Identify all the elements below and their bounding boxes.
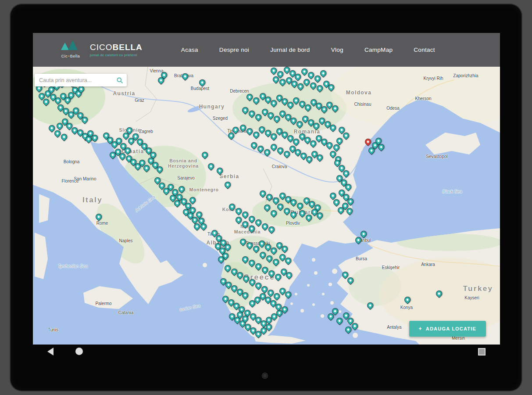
map-pin[interactable] (254, 113, 263, 122)
map-pin[interactable] (298, 209, 307, 218)
map-pin[interactable] (247, 224, 256, 233)
map-pin[interactable] (207, 162, 215, 171)
map-pin[interactable] (271, 258, 280, 266)
map-pin[interactable] (200, 151, 209, 159)
map-pin[interactable] (296, 201, 304, 210)
map-canvas[interactable]: AustriaHungaryMoldovaRomaniaCroatiaSerbi… (33, 67, 500, 345)
brand-name: CICOBELLA (90, 43, 143, 51)
map-pin[interactable] (223, 180, 232, 189)
map-pin[interactable] (304, 213, 313, 222)
logo-wordmark: Cic•Bella (58, 54, 83, 58)
map-pin[interactable] (366, 301, 375, 310)
map-search-box (35, 74, 127, 86)
map-pin[interactable] (346, 276, 355, 285)
map-pin-featured[interactable] (364, 137, 372, 146)
android-home-button[interactable] (75, 348, 83, 355)
map-pin[interactable] (177, 185, 186, 194)
plus-icon: + (419, 326, 422, 332)
map-pin[interactable] (276, 202, 285, 211)
main-nav: AcasaDespre noiJurnal de bordVlogCampMap… (181, 47, 435, 53)
map-pin[interactable] (228, 202, 236, 211)
map-pin[interactable] (263, 148, 271, 157)
map-pin[interactable] (94, 212, 103, 221)
android-back-button[interactable] (47, 348, 54, 356)
map-pin[interactable] (241, 210, 250, 219)
brand-title: CICOBELLA jurnal de calatorii cu prieten… (90, 43, 143, 57)
android-recents-button[interactable] (478, 348, 486, 356)
map-pins-layer (33, 67, 500, 345)
nav-item-contact[interactable]: Contact (414, 47, 435, 53)
brand-tagline: jurnal de calatorii cu prietenii (90, 53, 143, 57)
map-pin[interactable] (198, 78, 207, 87)
nav-item-acasa[interactable]: Acasa (181, 47, 198, 53)
search-icon[interactable] (116, 77, 123, 84)
cicobella-logo[interactable]: Cic•Bella (58, 39, 83, 61)
map-pin[interactable] (435, 289, 443, 298)
map-pin[interactable] (278, 78, 287, 86)
add-location-button[interactable]: + ADAUGA LOCATIE (409, 321, 486, 337)
map-pin[interactable] (289, 210, 298, 219)
map-pin[interactable] (403, 295, 412, 304)
map-pin[interactable] (263, 203, 271, 212)
site-header: Cic•Bella CICOBELLA jurnal de calatorii … (33, 33, 500, 67)
map-pin[interactable] (215, 166, 224, 175)
nav-item-vlog[interactable]: Vlog (331, 47, 343, 53)
camera-dot (262, 373, 268, 378)
nav-item-jurnal-de-bord[interactable]: Jurnal de bord (270, 47, 310, 53)
map-pin[interactable] (319, 69, 328, 78)
screen: Cic•Bella CICOBELLA jurnal de calatorii … (33, 33, 500, 345)
desktop-background: Cic•Bella CICOBELLA jurnal de calatorii … (0, 0, 532, 395)
search-input[interactable] (35, 77, 116, 83)
map-pin[interactable] (354, 236, 363, 244)
add-location-label: ADAUGA LOCATIE (426, 326, 476, 331)
map-pin[interactable] (234, 215, 243, 224)
map-pin[interactable] (252, 130, 261, 139)
map-pin[interactable] (60, 133, 68, 141)
nav-item-despre-noi[interactable]: Despre noi (219, 47, 249, 53)
map-pin[interactable] (313, 74, 322, 83)
map-pin[interactable] (252, 96, 261, 105)
map-pin[interactable] (315, 84, 324, 93)
map-pin[interactable] (335, 316, 344, 325)
map-pin[interactable] (282, 150, 291, 158)
map-pin[interactable] (269, 209, 278, 218)
map-pin[interactable] (241, 220, 250, 229)
tablet-device: Cic•Bella CICOBELLA jurnal de calatorii … (11, 4, 521, 391)
nav-item-campmap[interactable]: CampMap (364, 47, 393, 53)
map-pin[interactable] (274, 273, 282, 281)
map-pin[interactable] (267, 225, 276, 234)
tree-icon (68, 40, 78, 50)
map-pin[interactable] (359, 230, 368, 238)
map-pin[interactable] (252, 244, 261, 253)
map-pin[interactable] (181, 72, 189, 81)
